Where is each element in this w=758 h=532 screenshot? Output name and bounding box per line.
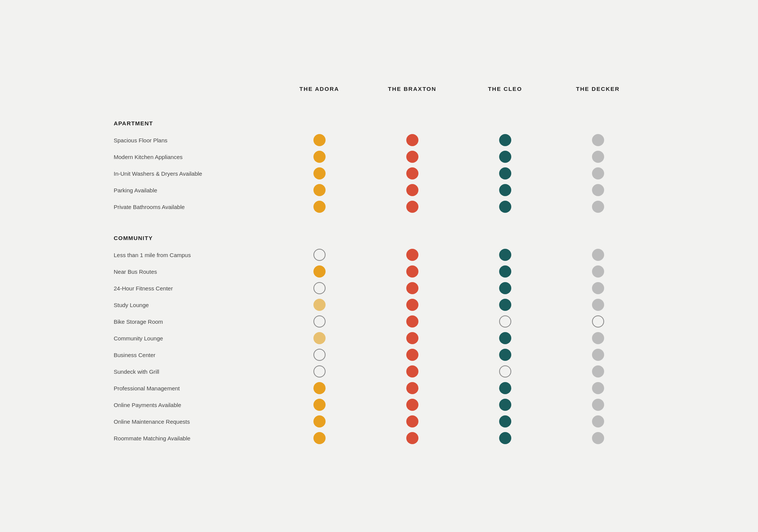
header-adora: THE ADORA (273, 86, 366, 92)
row-label-0-3: Parking Available (114, 187, 273, 193)
dot-cell-decker-1-1 (551, 265, 644, 278)
dot-cell-adora-0-1 (273, 151, 366, 163)
row-label-1-5: Community Lounge (114, 335, 273, 342)
dot-decker-1-3 (592, 299, 604, 311)
header-braxton: THE BRAXTON (366, 86, 459, 92)
data-row-1-0: Less than 1 mile from Campus (114, 246, 644, 263)
row-label-1-2: 24-Hour Fitness Center (114, 285, 273, 292)
dot-cleo-1-6 (499, 349, 511, 361)
dot-braxton-0-3 (406, 184, 418, 196)
dot-adora-0-1 (313, 151, 326, 163)
data-row-1-2: 24-Hour Fitness Center (114, 280, 644, 296)
dot-decker-1-6 (592, 349, 604, 361)
dot-cleo-0-2 (499, 167, 511, 179)
dot-cell-braxton-0-2 (366, 167, 459, 179)
dot-braxton-1-9 (406, 399, 418, 411)
dot-cell-decker-1-10 (551, 415, 644, 427)
dot-cleo-1-4 (499, 315, 511, 328)
data-row-1-3: Study Lounge (114, 296, 644, 313)
dot-decker-0-2 (592, 167, 604, 179)
dot-braxton-1-1 (406, 265, 418, 278)
dot-braxton-0-1 (406, 151, 418, 163)
dot-adora-1-4 (313, 315, 326, 328)
dot-cell-braxton-1-4 (366, 315, 459, 328)
row-label-1-1: Near Bus Routes (114, 268, 273, 275)
row-label-0-2: In-Unit Washers & Dryers Available (114, 170, 273, 177)
section-label-1: COMMUNITY (114, 224, 644, 246)
dot-adora-0-4 (313, 201, 326, 213)
dot-cell-braxton-1-7 (366, 365, 459, 378)
dot-cell-braxton-1-10 (366, 415, 459, 427)
data-row-1-6: Business Center (114, 346, 644, 363)
dot-cell-decker-1-9 (551, 399, 644, 411)
data-row-1-10: Online Maintenance Requests (114, 413, 644, 430)
dot-cell-braxton-1-3 (366, 299, 459, 311)
dot-decker-0-0 (592, 134, 604, 146)
row-label-0-1: Modern Kitchen Appliances (114, 154, 273, 160)
dot-cleo-1-7 (499, 365, 511, 378)
dot-adora-1-9 (313, 399, 326, 411)
dot-cell-braxton-0-0 (366, 134, 459, 146)
dot-cleo-0-4 (499, 201, 511, 213)
dot-cell-decker-1-7 (551, 365, 644, 378)
dot-cleo-1-10 (499, 415, 511, 427)
dot-cell-adora-0-3 (273, 184, 366, 196)
dot-cell-adora-1-1 (273, 265, 366, 278)
data-row-1-11: Roommate Matching Available (114, 430, 644, 446)
dot-decker-1-5 (592, 332, 604, 344)
section-label-0: APARTMENT (114, 109, 644, 132)
dot-adora-1-1 (313, 265, 326, 278)
dot-cleo-0-1 (499, 151, 511, 163)
data-row-1-1: Near Bus Routes (114, 263, 644, 280)
dot-cell-cleo-0-0 (459, 134, 551, 146)
dot-cell-cleo-0-1 (459, 151, 551, 163)
dot-cleo-1-1 (499, 265, 511, 278)
dot-cell-adora-1-0 (273, 249, 366, 261)
data-row-0-3: Parking Available (114, 182, 644, 198)
dot-braxton-1-10 (406, 415, 418, 427)
dot-cleo-1-2 (499, 282, 511, 294)
dot-braxton-1-6 (406, 349, 418, 361)
dot-cell-adora-1-3 (273, 299, 366, 311)
dot-cell-cleo-1-10 (459, 415, 551, 427)
dot-decker-1-11 (592, 432, 604, 444)
dot-cell-braxton-1-0 (366, 249, 459, 261)
header-row: THE ADORA THE BRAXTON THE CLEO THE DECKE… (114, 86, 644, 96)
dot-cell-adora-1-9 (273, 399, 366, 411)
dot-cell-decker-1-4 (551, 315, 644, 328)
dot-cleo-0-3 (499, 184, 511, 196)
dot-cell-braxton-1-9 (366, 399, 459, 411)
dot-cell-decker-0-4 (551, 201, 644, 213)
dot-cell-braxton-1-1 (366, 265, 459, 278)
dot-braxton-1-5 (406, 332, 418, 344)
dot-cell-decker-0-0 (551, 134, 644, 146)
dot-braxton-1-2 (406, 282, 418, 294)
dot-braxton-0-4 (406, 201, 418, 213)
data-row-0-0: Spacious Floor Plans (114, 132, 644, 148)
dot-cell-cleo-1-5 (459, 332, 551, 344)
dot-adora-1-5 (313, 332, 326, 344)
dot-decker-1-2 (592, 282, 604, 294)
dot-cleo-1-3 (499, 299, 511, 311)
dot-decker-1-1 (592, 265, 604, 278)
dot-cell-decker-0-2 (551, 167, 644, 179)
dot-cell-cleo-1-0 (459, 249, 551, 261)
dot-cleo-1-8 (499, 382, 511, 394)
dot-cell-adora-1-11 (273, 432, 366, 444)
dot-adora-1-7 (313, 365, 326, 378)
dot-braxton-0-0 (406, 134, 418, 146)
dot-adora-1-3 (313, 299, 326, 311)
dot-cell-decker-1-2 (551, 282, 644, 294)
dot-braxton-1-0 (406, 249, 418, 261)
dot-cell-cleo-0-3 (459, 184, 551, 196)
dot-cell-cleo-1-7 (459, 365, 551, 378)
dot-cell-decker-1-8 (551, 382, 644, 394)
dot-cell-decker-1-0 (551, 249, 644, 261)
dot-cleo-1-0 (499, 249, 511, 261)
dot-cell-adora-1-10 (273, 415, 366, 427)
dot-cell-braxton-0-3 (366, 184, 459, 196)
data-row-1-8: Professional Management (114, 380, 644, 396)
dot-cell-braxton-1-11 (366, 432, 459, 444)
row-label-1-7: Sundeck with Grill (114, 368, 273, 375)
header-cleo: THE CLEO (459, 86, 551, 92)
